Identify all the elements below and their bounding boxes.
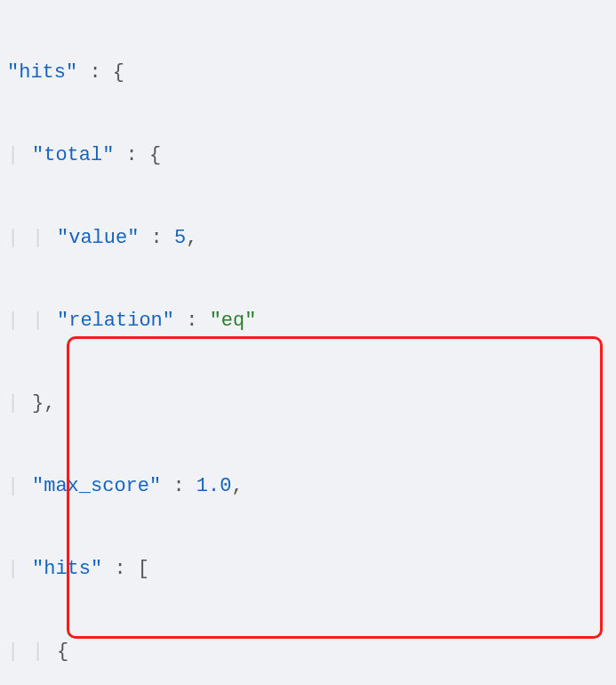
code-line: ||"value" : 5, (0, 224, 616, 252)
json-code-block: "hits" : { |"total" : { ||"value" : 5, |… (0, 4, 616, 685)
json-key: "total" (32, 144, 114, 166)
code-line: |"total" : { (0, 141, 616, 169)
code-line: ||"relation" : "eq" (0, 307, 616, 334)
json-key: "max_score" (32, 475, 161, 497)
json-string: "eq" (210, 310, 257, 332)
json-key: "value" (57, 227, 139, 249)
json-key: "relation" (57, 310, 174, 332)
json-key: "hits" (32, 558, 102, 580)
code-line: |"hits" : [ (0, 555, 616, 583)
json-key: "hits" (7, 61, 77, 84)
code-line: |"max_score" : 1.0, (0, 472, 616, 500)
code-line: ||{ (0, 638, 616, 665)
code-line: "hits" : { (0, 59, 616, 86)
json-number: 1.0 (196, 475, 232, 497)
json-number: 5 (174, 227, 186, 249)
code-line: |}, (0, 390, 616, 417)
